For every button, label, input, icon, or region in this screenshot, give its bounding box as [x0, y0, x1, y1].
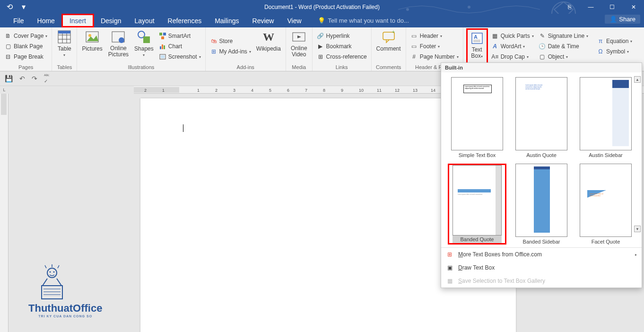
svg-text:+: +	[392, 30, 395, 35]
ruler-tick: 6	[287, 88, 289, 93]
chart-button[interactable]: Chart	[157, 42, 202, 51]
wordart-icon: A	[491, 43, 499, 50]
cover-page-icon: 🗎	[4, 32, 12, 40]
watermark-logo: ThuthuatOffice TRI KY CUA DAN CONG SO	[28, 264, 102, 318]
footer-button[interactable]: ▭Footer▾	[409, 42, 460, 51]
svg-rect-16	[159, 33, 162, 35]
dropcap-button[interactable]: A≡Drop Cap▾	[490, 52, 535, 61]
comment-button[interactable]: +Comment	[374, 28, 403, 64]
redo-button[interactable]: ↷	[32, 75, 37, 82]
tab-home[interactable]: Home	[31, 14, 61, 27]
gallery-item-banded-sidebar[interactable]: Banded Sidebar	[512, 164, 571, 245]
group-illustrations: Pictures OnlinePictures Shapes▾ SmartArt…	[77, 27, 205, 71]
gallery-item-austin-quote[interactable]: Lorem ipsum dolor sit ametconsectetur ad…	[512, 77, 571, 158]
thumb-facet-quote: Lorem ipsum dolor sitamet consectetur	[580, 164, 632, 237]
equation-icon: π	[597, 37, 604, 45]
undo-button[interactable]: ↶	[19, 75, 25, 82]
header-label: Header	[420, 33, 438, 39]
qat-dropdown-icon[interactable]: ▾	[17, 0, 31, 14]
pagenumber-button[interactable]: #Page Number▾	[409, 52, 460, 61]
quickparts-label: Quick Parts	[501, 33, 530, 39]
blank-page-button[interactable]: ▢Blank Page	[3, 42, 49, 51]
tab-file[interactable]: File	[7, 14, 31, 27]
draw-textbox-button[interactable]: ▣ Draw Text Box	[441, 261, 642, 274]
chart-icon	[159, 43, 166, 50]
tab-design[interactable]: Design	[94, 14, 128, 27]
group-links-label: Links	[315, 64, 368, 71]
table-icon	[57, 29, 72, 44]
share-button[interactable]: 👤 Share	[605, 15, 640, 24]
equation-label: Equation	[606, 38, 628, 44]
svg-rect-17	[163, 33, 166, 35]
tab-references[interactable]: References	[161, 14, 209, 27]
pictures-button[interactable]: Pictures	[80, 28, 104, 64]
autosave-icon[interactable]: ⟲	[2, 0, 17, 14]
page-break-label: Page Break	[14, 53, 44, 60]
gallery-item-banded-quote[interactable]: Lorem ipsum dolor sit amet consectetur B…	[448, 164, 506, 245]
quickparts-button[interactable]: ▦Quick Parts▾	[490, 31, 535, 41]
wordart-button[interactable]: AWordArt▾	[490, 42, 535, 51]
group-media-label: Media	[289, 64, 309, 71]
online-pictures-button[interactable]: OnlinePictures	[106, 28, 131, 64]
watermark-sub: TRI KY CUA DAN CONG SO	[28, 315, 102, 318]
tab-insert[interactable]: Insert	[61, 14, 94, 27]
crossref-button[interactable]: ⊞Cross-reference	[315, 52, 368, 61]
svg-text:A: A	[474, 34, 478, 40]
scroll-down-button[interactable]: ▼	[634, 226, 641, 232]
page-break-button[interactable]: ⊟Page Break	[3, 52, 49, 61]
ruler-corner: L	[0, 86, 9, 94]
tell-me-search[interactable]: 💡 Tell me what you want to do...	[318, 17, 409, 24]
tab-review[interactable]: Review	[246, 14, 281, 27]
tab-view[interactable]: View	[280, 14, 308, 27]
ribbon-display-options-button[interactable]: ⎘	[559, 0, 580, 14]
group-pages: 🗎Cover Page▾ ▢Blank Page ⊟Page Break Pag…	[0, 27, 52, 71]
smartart-icon	[159, 32, 166, 40]
gallery-item-simple-text-box[interactable]: Lorem ipsum dolor sit amet consectetur a…	[448, 77, 506, 158]
cover-page-button[interactable]: 🗎Cover Page▾	[3, 31, 49, 41]
hyperlink-button[interactable]: 🔗Hyperlink	[315, 31, 368, 41]
chart-label: Chart	[168, 43, 182, 50]
spellcheck-button[interactable]: ᴬᴮᶜ✓	[44, 73, 50, 84]
sigline-button[interactable]: ✎Signature Line▾	[537, 31, 590, 41]
wikipedia-button[interactable]: WWikipedia	[254, 28, 283, 64]
smartart-button[interactable]: SmartArt	[157, 31, 202, 41]
gallery-label: Simple Text Box	[459, 152, 496, 158]
wikipedia-icon: W	[261, 29, 276, 44]
vertical-ruler[interactable]	[0, 94, 9, 332]
ruler-tick: 2	[144, 88, 147, 93]
minimize-button[interactable]: —	[580, 0, 601, 14]
close-button[interactable]: ✕	[623, 0, 644, 14]
gallery-item-austin-sidebar[interactable]: Austin Sidebar	[576, 77, 635, 158]
store-button[interactable]: 🛍Store	[209, 36, 252, 46]
tell-me-text: Tell me what you want to do...	[328, 17, 409, 24]
textbox-button[interactable]: A TextBox▾	[466, 28, 488, 64]
tab-mailings[interactable]: Mailings	[208, 14, 245, 27]
screenshot-button[interactable]: Screenshot▾	[157, 52, 202, 61]
tab-layout[interactable]: Layout	[128, 14, 161, 27]
thumb-austin-sidebar	[580, 77, 632, 150]
table-button[interactable]: Table▾	[55, 28, 74, 64]
more-label: More Text Boxes from Office.com	[458, 251, 542, 258]
save-button[interactable]: 💾	[5, 75, 13, 82]
symbol-icon: Ω	[597, 48, 604, 55]
equation-button[interactable]: πEquation▾	[595, 36, 634, 46]
more-textboxes-button[interactable]: ⊞ More Text Boxes from Office.com ▸	[441, 248, 642, 261]
gallery-label: Austin Sidebar	[589, 152, 623, 158]
gallery-label: Banded Quote	[453, 236, 502, 243]
header-button[interactable]: ▭Header▾	[409, 31, 460, 41]
group-pages-label: Pages	[3, 64, 49, 71]
svg-rect-9	[58, 31, 70, 34]
bookmark-button[interactable]: ▶Bookmark	[315, 42, 368, 51]
svg-rect-18	[161, 36, 164, 39]
quickparts-icon: ▦	[491, 32, 499, 40]
scroll-up-button[interactable]: ▲	[634, 76, 641, 83]
symbol-button[interactable]: ΩSymbol▾	[595, 47, 634, 56]
shapes-button[interactable]: Shapes▾	[132, 28, 156, 64]
maximize-button[interactable]: ☐	[601, 0, 623, 14]
myaddins-button[interactable]: ⊞My Add-ins▾	[209, 47, 252, 56]
svg-point-31	[47, 268, 57, 278]
object-button[interactable]: ▢Object▾	[537, 52, 590, 61]
online-video-button[interactable]: OnlineVideo	[289, 28, 309, 64]
datetime-button[interactable]: 🕒Date & Time	[537, 42, 590, 51]
gallery-item-facet-quote[interactable]: Lorem ipsum dolor sitamet consectetur Fa…	[576, 164, 635, 245]
